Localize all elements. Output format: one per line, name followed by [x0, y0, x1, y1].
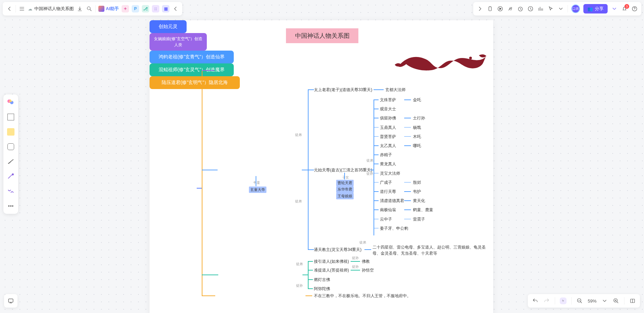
- node-b3b[interactable]: 准提道人(菩提祖师): [314, 267, 349, 273]
- share-button[interactable]: 👥 分享: [583, 4, 608, 13]
- app-shortcut-2[interactable]: P: [132, 5, 139, 12]
- history-icon[interactable]: [527, 5, 534, 12]
- diagram-title[interactable]: 中国神话人物关系图: [286, 28, 358, 43]
- node-disciple-student[interactable]: 土行孙: [413, 115, 425, 121]
- presentation-button[interactable]: [4, 294, 18, 308]
- menu-icon[interactable]: [19, 5, 25, 12]
- download-icon[interactable]: [76, 5, 83, 12]
- node-disciple[interactable]: 道行天尊: [380, 189, 396, 195]
- cursor-icon[interactable]: [547, 5, 554, 12]
- search-icon[interactable]: [86, 5, 93, 12]
- node-b2c-list[interactable]: 二十四星宿、雷公电母、多宝道人、赵公明、三霄娘娘、龟灵圣母、金灵圣母、无当圣母、…: [373, 244, 486, 256]
- node-b3b-r[interactable]: 孙悟空: [362, 267, 374, 273]
- node-b3d[interactable]: 阿弥陀佛: [314, 286, 330, 292]
- more-tools-icon[interactable]: •••: [6, 202, 15, 210]
- connector-tool-icon[interactable]: [6, 157, 15, 166]
- node-disciple-student[interactable]: 雷震子: [413, 217, 425, 222]
- node-disciple[interactable]: 文殊菩萨: [380, 97, 396, 103]
- separator: [568, 5, 568, 12]
- node-disciple[interactable]: 清虚道德真君: [380, 198, 404, 204]
- app-shortcut-1[interactable]: ✦: [122, 5, 129, 12]
- node-disciple-student[interactable]: 金吒: [413, 97, 421, 103]
- node-disciple-student[interactable]: 韦护: [413, 189, 421, 195]
- connector: [404, 219, 411, 220]
- node-branch-4[interactable]: 陆压道君(修"玄明气"）隐居北海: [150, 76, 240, 89]
- node-b2c[interactable]: 通天教主(灵宝天尊34重天): [314, 247, 361, 253]
- node-disciple[interactable]: 俱留孙佛: [380, 115, 396, 121]
- node-disciple[interactable]: 太乙真人: [380, 143, 396, 149]
- zoom-in-icon[interactable]: [613, 297, 619, 304]
- sticky-note-tool-icon[interactable]: [6, 127, 15, 136]
- node-disciple[interactable]: 南极仙翁: [380, 207, 396, 213]
- node-disciple-student[interactable]: 殷郊: [413, 180, 421, 186]
- zoom-value[interactable]: 59%: [588, 298, 597, 304]
- label-relation: 徒弟: [366, 158, 373, 163]
- connector: [305, 295, 312, 296]
- app-shortcut-3[interactable]: ⎇: [142, 5, 149, 12]
- node-b2b-children[interactable]: 曹轮天君 东华帝君 王母娘娘: [336, 180, 354, 199]
- node-b2a[interactable]: 太上老君(老子)(道德天尊33重天): [314, 87, 372, 93]
- node-b3a-r[interactable]: 佛教: [362, 259, 370, 264]
- pen-tool-icon[interactable]: [6, 172, 15, 181]
- node-disciple[interactable]: 云中子: [380, 217, 392, 222]
- app-shortcut-4[interactable]: ::: [152, 5, 159, 12]
- app-shortcut-5[interactable]: ▦: [162, 5, 169, 12]
- undo-icon[interactable]: [532, 297, 539, 304]
- connector: [374, 89, 384, 90]
- connector: [308, 249, 314, 250]
- spark-icon[interactable]: [507, 5, 514, 12]
- node-disciple-student[interactable]: 哪吒: [413, 143, 421, 149]
- node-root[interactable]: 创始元灵: [150, 20, 187, 33]
- user-avatar[interactable]: 口衣: [571, 4, 580, 13]
- separator: [95, 5, 96, 12]
- node-disciple[interactable]: 玉鼎真人: [380, 125, 396, 131]
- frame-tool-icon[interactable]: [6, 113, 15, 121]
- node-disciple[interactable]: 广成子: [380, 180, 392, 186]
- node-disciple[interactable]: 观音大士: [380, 106, 396, 112]
- node-b4-note[interactable]: 不在三教中，不在极乐地。不归人王管，不服地府中。: [314, 293, 411, 299]
- zoom-caret-icon[interactable]: [601, 297, 608, 304]
- node-b3a[interactable]: 接引道人(如来佛祖): [314, 259, 349, 264]
- connector: [308, 261, 313, 262]
- node-branch-1[interactable]: 女娲娘娘(修"玄空气"）创造人类: [150, 33, 207, 51]
- diagram-page[interactable]: 中国神话人物关系图 创始元灵 女娲娘娘(修"玄空气"）创造人类 鸿钧老祖(修"玄…: [150, 20, 493, 313]
- node-b3c[interactable]: 燃灯古佛: [314, 277, 330, 283]
- node-branch-2[interactable]: 鸿钧老祖(修"玄青气"）创造仙界: [150, 51, 234, 63]
- node-disciple[interactable]: 灵宝大法师: [380, 171, 400, 176]
- minimap-icon[interactable]: [629, 297, 636, 304]
- node-disciple[interactable]: 赤精子: [380, 152, 392, 158]
- node-disciple[interactable]: 姜子牙、申公豹: [380, 226, 408, 231]
- notifications-icon[interactable]: 3: [621, 5, 628, 12]
- pointer-mode-icon[interactable]: [560, 297, 567, 304]
- collapse-icon[interactable]: [172, 5, 179, 12]
- node-disciple-student[interactable]: 黄天化: [413, 198, 425, 204]
- connector: [370, 170, 374, 170]
- node-b2b[interactable]: 元始天尊(盘古)(三清之首35重天): [314, 167, 372, 173]
- top-toolbar-left: ☁ 中国神话人物关系图 AI助手 ✦ P ⎇ :: ▦: [3, 2, 182, 16]
- zoom-out-icon[interactable]: [576, 297, 583, 304]
- node-b2-sub[interactable]: 玄童大帝: [249, 187, 266, 193]
- shapes-tool-icon[interactable]: [6, 98, 15, 107]
- node-b2a1[interactable]: 玄都大法师: [385, 87, 406, 93]
- node-disciple[interactable]: 黄龙真人: [380, 161, 396, 167]
- node-disciple-student[interactable]: 杨戬: [413, 125, 421, 131]
- back-icon[interactable]: [6, 5, 13, 12]
- ai-assistant-button[interactable]: AI助手: [98, 6, 119, 12]
- node-disciple-student[interactable]: 木吒: [413, 134, 421, 140]
- node-branch-3[interactable]: 混鲲祖师(修"玄灵气"）创造魔界: [150, 63, 234, 76]
- timer-icon[interactable]: [517, 5, 524, 12]
- chevron-down-icon[interactable]: [557, 5, 564, 12]
- mindmap-tool-icon[interactable]: [6, 187, 15, 196]
- node-disciple[interactable]: 普贤菩萨: [380, 134, 396, 140]
- shape-tool-icon[interactable]: [6, 142, 15, 151]
- play-icon[interactable]: [497, 5, 504, 12]
- help-icon[interactable]: [631, 5, 638, 12]
- connector: [374, 118, 379, 118]
- redo-icon[interactable]: [543, 297, 550, 304]
- expand-icon[interactable]: [477, 5, 483, 12]
- share-caret-icon[interactable]: [611, 5, 618, 12]
- clipboard-icon[interactable]: [487, 5, 493, 12]
- node-disciple-student[interactable]: 鹤童、鹿童: [413, 207, 433, 213]
- document-title[interactable]: ☁ 中国神话人物关系图: [28, 6, 74, 12]
- chart-icon[interactable]: [537, 5, 544, 12]
